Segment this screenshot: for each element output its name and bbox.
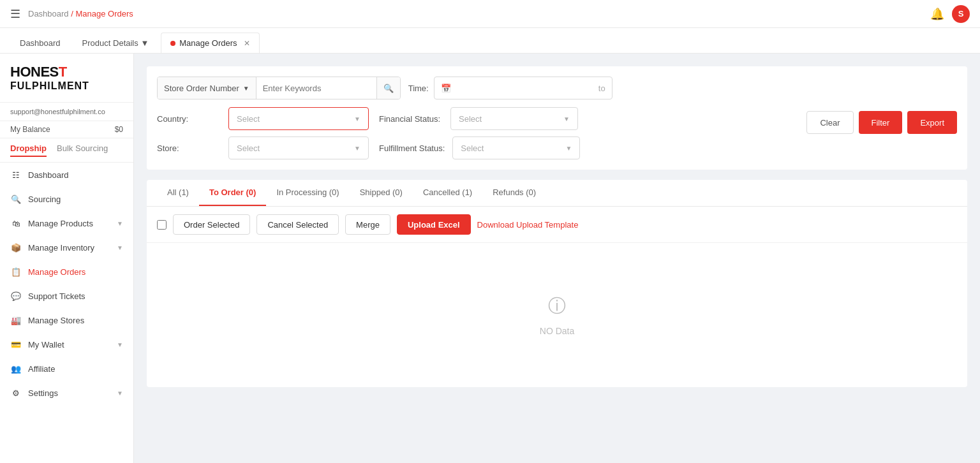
logo-fulphilment: FULPHILMENT: [10, 80, 123, 92]
fulfillment-status-select[interactable]: Select ▼: [452, 136, 580, 159]
chevron-store-icon: ▼: [354, 145, 360, 152]
store-select-placeholder: Select: [237, 143, 260, 153]
download-template-link[interactable]: Download Upload Template: [477, 220, 579, 230]
filter-button[interactable]: Filter: [859, 111, 903, 134]
sidebar: HONEST FULPHILMENT support@honestfulphil…: [0, 54, 134, 463]
products-icon: 🛍: [10, 217, 22, 229]
top-right-actions: 🔔 S: [930, 5, 970, 23]
switch-tab-bulk-sourcing[interactable]: Bulk Sourcing: [57, 143, 108, 157]
main-layout: HONEST FULPHILMENT support@honestfulphil…: [0, 54, 980, 463]
inventory-icon: 📦: [10, 242, 22, 253]
filter-row-2: Country: Select ▼ Store: Select ▼: [157, 107, 957, 159]
sidebar-label-manage-stores: Manage Stores: [28, 316, 84, 325]
filter-buttons: Clear Filter Export: [806, 111, 957, 134]
sidebar-item-sourcing[interactable]: 🔍 Sourcing: [0, 187, 133, 211]
sidebar-item-manage-orders[interactable]: 📋 Manage Orders: [0, 260, 133, 284]
tab-refunds[interactable]: Refunds (0): [482, 180, 546, 206]
avatar[interactable]: S: [952, 5, 970, 23]
sidebar-item-my-wallet[interactable]: 💳 My Wallet ▼: [0, 332, 133, 356]
logo: HONEST: [10, 64, 123, 80]
switch-tab-dropship[interactable]: Dropship: [10, 143, 47, 157]
cancel-selected-button[interactable]: Cancel Selected: [256, 214, 339, 235]
sidebar-label-settings: Settings: [28, 388, 58, 398]
stores-icon: 🏭: [10, 314, 22, 326]
chevron-financial-icon: ▼: [563, 115, 570, 122]
sidebar-label-sourcing: Sourcing: [28, 195, 61, 204]
calendar-icon: 📅: [441, 84, 451, 93]
order-selected-button[interactable]: Order Selected: [173, 214, 250, 235]
sidebar-mode-switch: Dropship Bulk Sourcing: [0, 138, 133, 163]
affiliate-icon: 👥: [10, 363, 22, 374]
store-label: Store:: [157, 143, 221, 153]
order-tabs: All (1) To Order (0) In Processing (0) S…: [147, 180, 967, 207]
time-label: Time:: [408, 84, 429, 93]
clear-button[interactable]: Clear: [806, 111, 853, 134]
settings-icon: ⚙: [10, 387, 22, 399]
sidebar-label-affiliate: Affiliate: [28, 364, 55, 374]
sourcing-icon: 🔍: [10, 193, 22, 205]
tab-manage-orders-label: Manage Orders: [179, 38, 237, 48]
export-button[interactable]: Export: [907, 111, 957, 134]
main-content: Store Order Number ▼ 🔍 Time: 📅 to: [134, 54, 980, 463]
sidebar-label-support-tickets: Support Tickets: [28, 291, 85, 301]
time-group: Time: 📅 to: [408, 77, 612, 99]
fulfillment-status-group: Fulfillment Status: Select ▼: [379, 136, 580, 159]
sidebar-item-support-tickets[interactable]: 💬 Support Tickets: [0, 284, 133, 308]
order-actions-bar: Order Selected Cancel Selected Merge Upl…: [147, 207, 967, 243]
logo-honest: HONES: [10, 64, 59, 80]
sidebar-item-affiliate[interactable]: 👥 Affiliate: [0, 356, 133, 381]
store-select[interactable]: Select ▼: [228, 136, 369, 159]
tab-dashboard[interactable]: Dashboard: [10, 33, 70, 53]
sidebar-label-manage-orders: Manage Orders: [28, 267, 85, 277]
tab-manage-orders[interactable]: Manage Orders ✕: [161, 33, 259, 53]
tab-to-order[interactable]: To Order (0): [199, 180, 266, 206]
tickets-icon: 💬: [10, 290, 22, 302]
select-all-checkbox[interactable]: [157, 220, 167, 230]
filter-right-cols: Financial Status: Select ▼ Fulfillment S…: [379, 107, 580, 159]
support-email: support@honestfulphilment.co: [10, 108, 105, 115]
merge-button[interactable]: Merge: [345, 214, 390, 235]
tab-shipped[interactable]: Shipped (0): [350, 180, 413, 206]
sidebar-item-manage-products[interactable]: 🛍 Manage Products ▼: [0, 211, 133, 235]
logo-area: HONEST FULPHILMENT: [0, 54, 133, 103]
tab-cancelled[interactable]: Cancelled (1): [413, 180, 482, 206]
tab-product-details[interactable]: Product Details ▼: [73, 33, 159, 53]
filter-row-1: Store Order Number ▼ 🔍 Time: 📅 to: [157, 77, 957, 99]
no-data-icon: ⓘ: [548, 294, 566, 318]
tab-product-details-label: Product Details: [82, 38, 138, 48]
top-bar: ☰ Dashboard / Manage Orders 🔔 S: [0, 0, 980, 28]
sidebar-item-settings[interactable]: ⚙ Settings ▼: [0, 381, 133, 405]
no-data-text: NO Data: [540, 326, 574, 336]
country-filter-group: Country: Select ▼: [157, 107, 369, 130]
country-select[interactable]: Select ▼: [228, 107, 369, 130]
hamburger-icon[interactable]: ☰: [10, 7, 20, 21]
breadcrumb-home[interactable]: Dashboard: [28, 9, 69, 18]
search-group: Store Order Number ▼ 🔍: [157, 77, 401, 99]
store-order-select-label: Store Order Number: [164, 84, 239, 93]
chevron-down-icon-3: ▼: [117, 341, 123, 348]
search-button[interactable]: 🔍: [376, 77, 400, 99]
chevron-fulfillment-icon: ▼: [565, 145, 572, 152]
sidebar-label-manage-inventory: Manage Inventory: [28, 243, 94, 253]
fulfillment-status-label: Fulfillment Status:: [379, 143, 445, 153]
logo-t-red: T: [59, 64, 67, 80]
tab-bar: Dashboard Product Details ▼ Manage Order…: [0, 28, 980, 54]
keyword-search-input[interactable]: [256, 77, 376, 99]
tab-close-icon[interactable]: ✕: [244, 39, 250, 48]
upload-excel-button[interactable]: Upload Excel: [397, 214, 471, 235]
tab-all[interactable]: All (1): [157, 180, 199, 206]
notification-bell-icon[interactable]: 🔔: [930, 7, 944, 21]
store-order-select[interactable]: Store Order Number ▼: [158, 77, 256, 99]
chevron-down-icon-2: ▼: [117, 244, 123, 251]
chevron-down-icon-4: ▼: [117, 390, 123, 397]
tab-in-processing[interactable]: In Processing (0): [266, 180, 349, 206]
no-data-area: ⓘ NO Data: [147, 243, 967, 387]
country-label: Country:: [157, 114, 221, 124]
breadcrumb: Dashboard / Manage Orders: [28, 9, 133, 18]
sidebar-item-manage-stores[interactable]: 🏭 Manage Stores: [0, 308, 133, 332]
time-range-picker[interactable]: 📅 to: [434, 77, 612, 99]
orders-panel: All (1) To Order (0) In Processing (0) S…: [147, 180, 967, 387]
sidebar-item-manage-inventory[interactable]: 📦 Manage Inventory ▼: [0, 235, 133, 260]
financial-status-select[interactable]: Select ▼: [450, 107, 578, 130]
sidebar-item-dashboard[interactable]: ☷ Dashboard: [0, 163, 133, 187]
